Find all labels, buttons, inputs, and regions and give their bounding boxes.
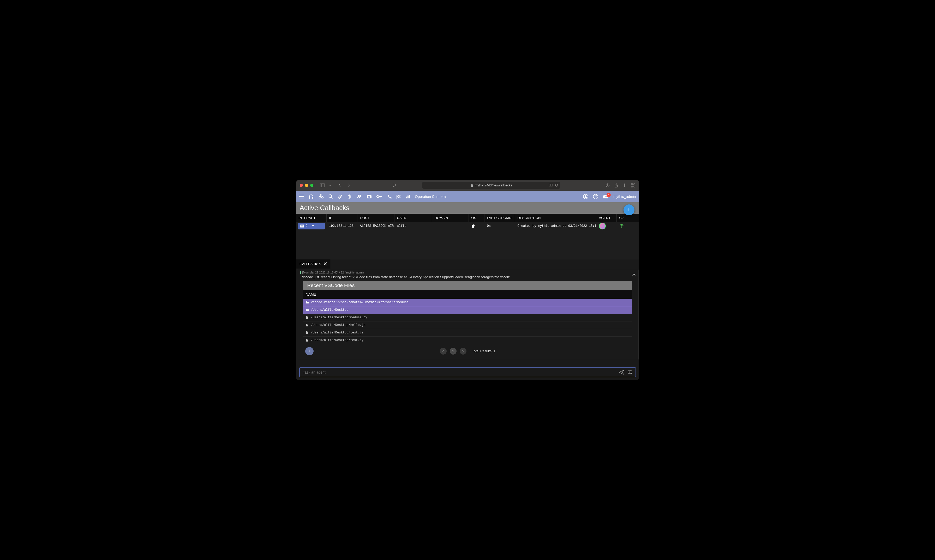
account-icon[interactable] — [583, 194, 588, 199]
task-meta: [Mon Mar 21 2022 18:15:40] / 32 / mythic… — [300, 271, 635, 274]
svg-point-33 — [585, 195, 586, 197]
menu-icon[interactable] — [299, 195, 304, 198]
interact-dropdown[interactable] — [310, 224, 316, 228]
page-header: Active Callbacks + — [296, 202, 639, 214]
tab-label: CALLBACK: 9 — [300, 262, 321, 266]
file-icon — [306, 323, 309, 327]
mail-badge-count: 4 — [606, 193, 611, 197]
close-icon[interactable] — [324, 262, 327, 265]
svg-rect-9 — [631, 186, 633, 187]
svg-rect-44 — [302, 226, 302, 226]
table-row[interactable]: 9 192.168.1.128 ALFIES-MACBOOK-AIR.LO al… — [296, 222, 639, 230]
tune-icon[interactable] — [628, 370, 633, 375]
headphones-icon[interactable] — [309, 194, 314, 199]
socks-icon[interactable] — [356, 194, 362, 199]
username-label[interactable]: mythic_admin — [613, 194, 636, 198]
camera-icon[interactable] — [367, 194, 372, 198]
file-icon — [306, 331, 309, 334]
callbacks-table: INTERACT IP HOST USER DOMAIN OS LAST CHE… — [296, 214, 639, 259]
flag-icon[interactable] — [396, 194, 401, 199]
add-task-button[interactable]: + — [305, 347, 313, 355]
file-row[interactable]: vscode-remote://ssh-remote%2Bmythic/mnt/… — [303, 299, 632, 306]
svg-rect-43 — [301, 226, 302, 226]
page-number[interactable]: 1 — [450, 348, 457, 355]
file-row[interactable]: /Users/alfie/Desktop/medusa.py — [303, 314, 632, 322]
svg-rect-26 — [400, 195, 400, 197]
file-row[interactable]: /Users/alfie/Desktop/test.py — [303, 337, 632, 344]
url-bar[interactable]: mythic:7443/new/callbacks — [422, 182, 560, 189]
file-path: /Users/alfie/Desktop/test.js — [311, 331, 364, 334]
file-row[interactable]: /Users/alfie/Desktop — [303, 306, 632, 314]
key-icon[interactable] — [376, 195, 382, 198]
svg-rect-3 — [549, 184, 551, 186]
dropdown-icon[interactable] — [328, 183, 333, 187]
col-user[interactable]: USER — [395, 214, 432, 222]
col-domain[interactable]: DOMAIN — [432, 214, 469, 222]
col-checkin[interactable]: LAST CHECKIN — [484, 214, 515, 222]
chart-icon[interactable] — [406, 194, 410, 198]
svg-rect-38 — [301, 225, 301, 226]
tabs-overview-icon[interactable] — [631, 183, 635, 188]
page-prev-button[interactable] — [440, 348, 447, 355]
shield-icon[interactable] — [391, 183, 397, 188]
reload-icon[interactable] — [555, 183, 558, 187]
svg-point-16 — [321, 196, 323, 198]
results-total: Total Results: 1 — [472, 349, 495, 353]
sidebar-toggle-icon[interactable] — [319, 183, 326, 188]
table-header-row: INTERACT IP HOST USER DOMAIN OS LAST CHE… — [296, 214, 639, 222]
downloads-icon[interactable] — [605, 183, 610, 188]
search-icon[interactable] — [329, 194, 333, 199]
task-input[interactable] — [303, 370, 619, 374]
interact-button[interactable]: 9 — [298, 223, 325, 229]
col-desc[interactable]: DESCRIPTION — [515, 214, 596, 222]
col-agent[interactable]: AGENT — [596, 214, 617, 222]
maximize-window-button[interactable] — [310, 184, 313, 187]
biohazard-icon[interactable] — [319, 194, 324, 199]
svg-point-17 — [329, 194, 332, 197]
col-os[interactable]: OS — [469, 214, 484, 222]
phone-icon[interactable] — [387, 194, 392, 199]
svg-rect-49 — [629, 371, 630, 372]
file-path: /Users/alfie/Desktop/medusa.py — [311, 316, 367, 319]
svg-rect-8 — [634, 183, 635, 185]
cell-ip: 192.168.1.128 — [327, 223, 357, 229]
minimize-window-button[interactable] — [305, 184, 308, 187]
svg-rect-40 — [302, 225, 302, 226]
page-next-button[interactable] — [460, 348, 466, 355]
share-icon[interactable] — [614, 183, 618, 188]
cell-checkin: 0s — [484, 223, 515, 229]
mail-icon[interactable]: 4 — [603, 194, 609, 198]
svg-rect-4 — [551, 184, 553, 186]
file-row[interactable]: /Users/alfie/Desktop/hello.js — [303, 322, 632, 329]
close-window-button[interactable] — [300, 184, 303, 187]
svg-point-47 — [621, 227, 622, 227]
col-ip[interactable]: IP — [327, 214, 357, 222]
col-interact[interactable]: INTERACT — [296, 214, 327, 222]
svg-rect-25 — [398, 195, 399, 197]
operation-name[interactable]: Operation Chimera — [415, 194, 446, 198]
attachment-icon[interactable] — [338, 194, 343, 199]
help-icon[interactable] — [593, 194, 598, 199]
svg-rect-48 — [631, 370, 631, 371]
col-host[interactable]: HOST — [357, 214, 395, 222]
add-callback-button[interactable]: + — [623, 205, 634, 215]
folder-icon — [306, 301, 309, 304]
svg-rect-10 — [634, 186, 635, 187]
svg-rect-20 — [368, 195, 370, 195]
new-tab-icon[interactable] — [623, 183, 626, 188]
lock-icon — [471, 184, 473, 187]
svg-rect-28 — [399, 197, 400, 198]
page-title: Active Callbacks — [300, 204, 350, 212]
svg-rect-45 — [303, 226, 303, 226]
chevron-up-icon[interactable] — [632, 274, 636, 275]
fingerprint-icon[interactable] — [347, 194, 352, 199]
tab-callback[interactable]: CALLBACK: 9 — [296, 259, 331, 269]
files-header[interactable]: NAME — [303, 290, 632, 299]
titlebar: mythic:7443/new/callbacks — [296, 180, 639, 191]
send-icon[interactable] — [619, 370, 624, 375]
file-row[interactable]: /Users/alfie/Desktop/test.js — [303, 329, 632, 337]
nav-forward-button[interactable] — [347, 182, 352, 189]
translate-icon[interactable] — [549, 183, 553, 187]
cell-user: alfie — [395, 223, 432, 229]
nav-back-button[interactable] — [337, 182, 342, 189]
